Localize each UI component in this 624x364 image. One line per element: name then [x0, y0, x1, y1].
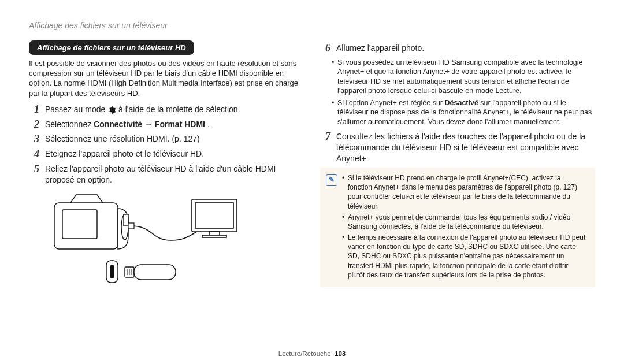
two-column-layout: Affichage de fichiers sur un téléviseur … [29, 40, 595, 289]
steps-list-left: 1 Passez au mode à l'aide de la molette … [29, 104, 304, 185]
step-4: 4 Eteignez l'appareil photo et le télévi… [29, 148, 304, 160]
step-number: 5 [29, 164, 39, 175]
step-number: 2 [29, 119, 39, 131]
sub-bullet: Si vous possédez un téléviseur HD Samsun… [337, 58, 595, 96]
step-number: 1 [29, 104, 39, 116]
left-column: Affichage de fichiers sur un téléviseur … [29, 40, 304, 289]
step-5: 5 Reliez l'appareil photo au téléviseur … [29, 164, 304, 185]
note-list: Si le téléviseur HD prend en charge le p… [342, 173, 586, 281]
step-text: Eteignez l'appareil photo et le télévise… [45, 148, 304, 159]
step-6-subnotes: Si vous possédez un téléviseur HD Samsun… [320, 58, 595, 127]
step-1: 1 Passez au mode à l'aide de la molette … [29, 104, 304, 116]
note-item: Si le téléviseur HD prend en charge le p… [342, 173, 586, 211]
svg-rect-3 [124, 214, 128, 226]
step-text: Sélectionnez une résolution HDMI. (p. 12… [45, 133, 304, 144]
running-header: Affichage des fichiers sur un téléviseur [29, 21, 595, 30]
svg-rect-4 [128, 223, 134, 229]
step-number: 7 [320, 131, 330, 143]
sub-bullet: Si l'option Anynet+ est réglée sur Désac… [337, 98, 595, 127]
hdmi-connection-diagram [44, 191, 240, 287]
step-number: 6 [320, 43, 330, 54]
step-number: 3 [29, 133, 39, 145]
step-number: 4 [29, 148, 39, 160]
step-7: 7 Consultez les fichiers à l'aide des to… [320, 131, 595, 164]
note-item: Anynet+ vous permet de commander tous le… [342, 213, 586, 231]
note-icon: ✎ [326, 174, 337, 186]
svg-rect-12 [110, 265, 114, 278]
step-text: Passez au mode à l'aide de la molette de… [45, 104, 304, 115]
info-note-box: ✎ Si le téléviseur HD prend en charge le… [320, 168, 595, 287]
step-2: 2 Sélectionnez Connectivité → Format HDM… [29, 119, 304, 131]
svg-rect-1 [62, 210, 97, 239]
svg-rect-10 [202, 235, 226, 237]
page-number: 103 [335, 350, 346, 357]
step-6: 6 Allumez l'appareil photo. [320, 43, 595, 54]
gear-icon [107, 106, 116, 114]
svg-rect-8 [195, 203, 233, 228]
footer-section: Lecture/Retouche [278, 350, 331, 357]
svg-rect-9 [209, 232, 220, 235]
right-column: 6 Allumez l'appareil photo. Si vous poss… [320, 40, 595, 289]
note-item: Le temps nécessaire à la connexion de l'… [342, 233, 586, 280]
step-text: Reliez l'appareil photo au téléviseur HD… [45, 164, 304, 185]
step-3: 3 Sélectionnez une résolution HDMI. (p. … [29, 133, 304, 145]
step-text: Sélectionnez Connectivité → Format HDMI … [45, 119, 304, 130]
steps-list-right: 6 Allumez l'appareil photo. [320, 43, 595, 54]
svg-rect-14 [134, 265, 176, 280]
manual-page: Affichage des fichiers sur un téléviseur… [0, 0, 624, 364]
page-footer: Lecture/Retouche 103 [0, 350, 624, 357]
step-text: Consultez les fichiers à l'aide des touc… [336, 131, 595, 164]
steps-list-right-2: 7 Consultez les fichiers à l'aide des to… [320, 131, 595, 164]
intro-paragraph: Il est possible de visionner des photos … [29, 58, 304, 98]
section-heading-pill: Affichage de fichiers sur un téléviseur … [29, 40, 194, 55]
step-text: Allumez l'appareil photo. [336, 43, 595, 54]
